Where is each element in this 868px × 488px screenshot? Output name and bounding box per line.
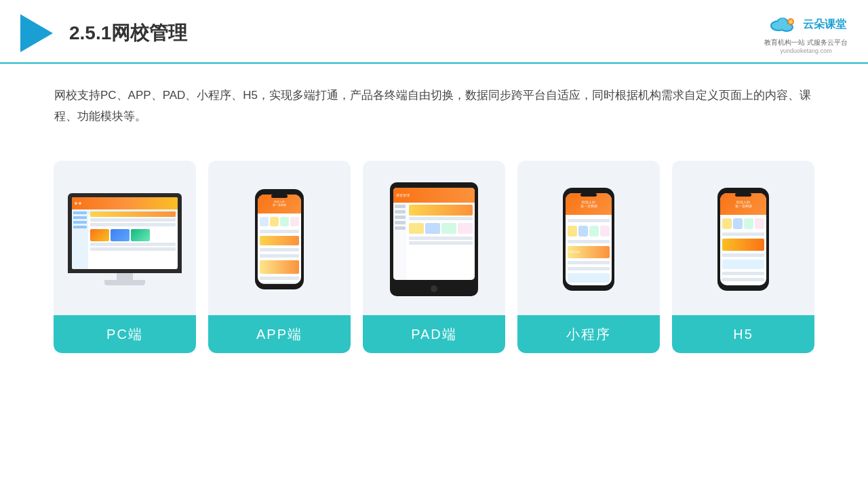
miniapp-phone-mockup: 职涯人的第一堂网课 推荐课程 (563, 188, 614, 291)
logo-triangle-icon (20, 14, 53, 52)
h5-card: 职涯人的第一堂网课 (672, 161, 814, 353)
cloud-icon (766, 12, 799, 37)
description-text: 网校支持PC、APP、PAD、小程序、H5，实现多端打通，产品各终端自由切换，数… (0, 64, 868, 140)
header: 2.5.1网校管理 云朵课堂 教育机构一站 式服务云平台 yunduoket (0, 0, 868, 64)
svg-point-7 (789, 20, 793, 24)
h5-label: H5 (672, 315, 814, 353)
pad-tablet-mockup: 课堂管理 (390, 182, 478, 296)
brand-name: 云朵课堂 (803, 18, 846, 32)
pad-image-area: 课堂管理 (371, 171, 497, 307)
app-phone-mockup: 职涯人的第一堂网课 (255, 189, 304, 289)
pad-label: PAD端 (363, 315, 505, 353)
header-left: 2.5.1网校管理 (20, 14, 187, 52)
pc-mockup (68, 193, 182, 285)
pc-image-area (62, 171, 188, 307)
app-label: APP端 (208, 315, 351, 353)
miniapp-card: 职涯人的第一堂网课 推荐课程 (517, 161, 660, 353)
app-image-area: 职涯人的第一堂网课 (216, 171, 342, 307)
cards-container: PC端 职涯人的第一堂网课 (0, 147, 868, 367)
miniapp-image-area: 职涯人的第一堂网课 推荐课程 (526, 171, 652, 307)
brand-area: 云朵课堂 教育机构一站 式服务云平台 yunduoketang.com (764, 12, 848, 54)
brand-url: yunduoketang.com (781, 47, 832, 54)
h5-phone-mockup: 职涯人的第一堂网课 (717, 188, 769, 291)
h5-image-area: 职涯人的第一堂网课 (680, 171, 806, 307)
app-card: 职涯人的第一堂网课 (208, 161, 351, 353)
svg-point-5 (778, 18, 787, 28)
pc-card: PC端 (54, 161, 196, 353)
pad-card: 课堂管理 (363, 161, 505, 353)
pc-label: PC端 (54, 315, 196, 353)
brand-logo: 云朵课堂 (766, 12, 846, 37)
brand-tagline: 教育机构一站 式服务云平台 (764, 38, 848, 47)
miniapp-label: 小程序 (517, 315, 660, 353)
page-title: 2.5.1网校管理 (69, 20, 187, 46)
